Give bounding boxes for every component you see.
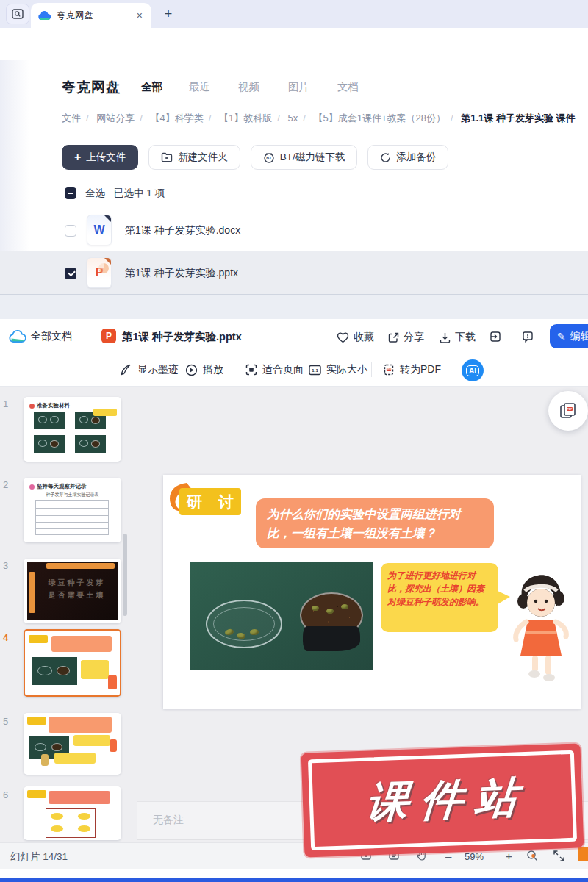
new-tab-button[interactable]: + <box>159 4 178 24</box>
edit-button[interactable]: 编辑 <box>550 324 588 348</box>
cloud-drive-icon[interactable] <box>9 330 27 343</box>
pdf-convert-icon: PDF <box>383 364 395 376</box>
breadcrumb-item[interactable]: 网站分享 <box>96 112 135 123</box>
bt-download-button[interactable]: BT BT/磁力链下载 <box>251 145 358 170</box>
tab-all[interactable]: 全部 <box>141 80 162 94</box>
mini-question-bubble <box>49 717 112 733</box>
fullscreen-icon[interactable] <box>553 850 565 862</box>
file-name[interactable]: 第1课 种子发芽实验.pptx <box>125 267 238 280</box>
question-bubble: 为什么你们的实验中设置两组进行对比，一组有土壤一组没有土壤？ <box>256 498 494 548</box>
favorite-button[interactable]: 收藏 <box>337 331 374 344</box>
favorite-label: 收藏 <box>354 331 374 344</box>
magnifier-zoom-icon[interactable] <box>526 850 539 862</box>
breadcrumb-separator: / <box>86 112 89 123</box>
thumb-number: 6 <box>3 789 16 800</box>
viewer-file-name: 第1课 种子发芽实验.pptx <box>122 330 242 344</box>
slide-thumbnail-6[interactable] <box>24 786 121 840</box>
save-to-drive-icon <box>490 331 501 343</box>
viewer-toolbar: 全部文档 P 第1课 种子发芽实验.pptx 收藏 分享 下载 <box>0 319 588 354</box>
slide-thumbnail-2[interactable]: 坚持每天观察并记录 种子发芽与土壤实验记录表 <box>24 478 121 542</box>
play-icon <box>185 364 198 376</box>
share-icon <box>388 332 399 343</box>
file-checkbox[interactable] <box>65 225 76 237</box>
breadcrumb-current: 第1.1课 种子发芽实验 课件 <box>461 112 575 123</box>
pdf-pages-icon: PDF <box>559 401 578 420</box>
breadcrumb-separator: / <box>140 112 143 123</box>
breadcrumb-item[interactable]: 文件 <box>62 112 81 123</box>
ai-assistant-button[interactable]: AI <box>462 359 484 381</box>
backup-sync-icon <box>380 152 391 163</box>
show-ink-button[interactable]: 显示墨迹 <box>120 363 179 376</box>
file-row-docx[interactable]: W 第1课 种子发芽实验.docx <box>0 209 588 251</box>
save-to-drive-button[interactable] <box>490 331 501 343</box>
file-name[interactable]: 第1课 种子发芽实验.docx <box>125 224 240 237</box>
fit-page-button[interactable]: 适合页面 <box>245 363 304 376</box>
corner-orange-button[interactable] <box>578 847 588 861</box>
browser-tab[interactable]: 夸克网盘 × <box>31 3 151 28</box>
bt-icon: BT <box>263 152 275 163</box>
actual-size-button[interactable]: 1:1 实际大小 <box>309 363 368 376</box>
file-checkbox-checked[interactable] <box>65 268 76 279</box>
bottom-accent-line <box>0 878 588 882</box>
tab-recent[interactable]: 最近 <box>189 80 210 94</box>
video-title-bar <box>46 563 115 569</box>
ai-icon: AI <box>466 365 479 376</box>
viewer-window-titlebar[interactable]: 夸克网盘 – × <box>0 294 588 319</box>
add-backup-button[interactable]: 添加备份 <box>368 145 448 170</box>
file-row-pptx[interactable]: P 第1课 种子发芽实验.pptx <box>0 251 588 294</box>
tab-video[interactable]: 视频 <box>238 80 259 94</box>
browser-sidebar-button[interactable] <box>6 4 29 24</box>
nav-all-docs[interactable]: 全部文档 <box>31 330 72 343</box>
breadcrumb-item[interactable]: 5x <box>287 112 298 123</box>
mini-factor-box <box>46 808 96 838</box>
browser-tab-strip: 夸克网盘 × + <box>0 0 588 28</box>
download-button[interactable]: 下载 <box>440 331 476 344</box>
pdf-convert-float-button[interactable]: PDF <box>548 391 588 431</box>
breadcrumb-item[interactable]: 【5】成套1课件+教案（28份） <box>313 112 445 123</box>
mini-answer-bubble <box>74 735 110 746</box>
zoom-in-icon[interactable]: + <box>506 850 512 862</box>
to-pdf-button[interactable]: PDF 转为PDF <box>383 363 441 376</box>
callout-tag <box>93 409 117 416</box>
tab-image[interactable]: 图片 <box>288 80 309 94</box>
divider <box>371 362 372 377</box>
mini-question-bubble <box>51 636 112 652</box>
new-folder-button[interactable]: 新建文件夹 <box>148 145 240 170</box>
upload-button[interactable]: 上传文件 <box>62 145 138 170</box>
select-all-checkbox[interactable] <box>65 187 76 199</box>
tab-doc[interactable]: 文档 <box>337 80 359 94</box>
zoom-level[interactable]: 59% <box>465 851 484 862</box>
tab-close-icon[interactable]: × <box>135 10 144 21</box>
edit-label: 编辑 <box>570 330 588 343</box>
mini-girl <box>108 675 117 689</box>
bt-download-label: BT/磁力链下载 <box>280 151 345 164</box>
svg-text:BT: BT <box>266 156 272 160</box>
breadcrumb-item[interactable]: 【1】教科版 <box>219 112 272 123</box>
share-button[interactable]: 分享 <box>388 331 424 344</box>
mini-text-block <box>49 791 110 804</box>
breadcrumb-item[interactable]: 【4】科学类 <box>151 112 204 123</box>
breadcrumb-separator: / <box>209 112 212 123</box>
thumb-number: 3 <box>3 560 16 571</box>
thumb-number-selected: 4 <box>3 632 16 643</box>
feedback-button[interactable] <box>522 331 534 343</box>
breadcrumb-separator: / <box>303 112 306 123</box>
slide-thumbnail-3[interactable]: 绿豆种子发芽 是否需要土壤 <box>24 559 121 623</box>
slide-thumbnail-1[interactable]: 准备实验材料 <box>24 397 121 462</box>
mini-boy <box>41 754 49 766</box>
watermark-stamp: 课件站 <box>301 743 584 857</box>
download-label: 下载 <box>455 331 476 344</box>
play-label: 播放 <box>203 363 223 376</box>
thumbnail-scrollbar[interactable] <box>123 534 127 616</box>
slide-thumbnail-4-selected[interactable] <box>24 629 121 697</box>
petri-dish-no-soil <box>206 600 282 648</box>
play-button[interactable]: 播放 <box>185 363 223 376</box>
thumb-number: 1 <box>3 398 16 409</box>
bullet-icon <box>29 404 35 409</box>
viewer-subtoolbar: 显示墨迹 播放 适合页面 1:1 实际大小 PDF 转为PDF <box>0 354 588 387</box>
svg-text:PDF: PDF <box>387 368 391 371</box>
experiment-photo <box>190 562 373 670</box>
select-all-label[interactable]: 全选 <box>85 187 105 200</box>
slide-canvas: 研 讨 为什么你们的实验中设置两组进行对比，一组有土壤一组没有土壤？ 为了进行更… <box>163 475 581 709</box>
slide-thumbnail-5[interactable] <box>24 713 121 775</box>
